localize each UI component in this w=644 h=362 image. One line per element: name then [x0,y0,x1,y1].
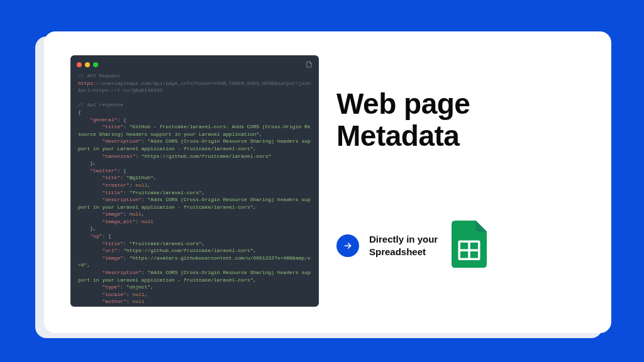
page-title: Web page Metadata [336,88,585,151]
maximize-icon [93,62,98,67]
code-comment: // API Request [78,73,120,79]
terminal-titlebar [70,55,319,71]
terminal-body: // API Request https://onesimpleapi.com/… [70,71,319,307]
title-line: Web page [336,87,470,120]
copy-icon[interactable] [306,60,313,69]
code-json: { "general": { "title": "GitHub - fruitc… [78,109,311,307]
minimize-icon [85,62,90,67]
content-right: Web page Metadata Directly in your Sprea… [336,55,585,309]
code-terminal: // API Request https://onesimpleapi.com/… [70,55,319,307]
close-icon [77,62,82,67]
feature-card: // API Request https://onesimpleapi.com/… [44,31,611,333]
subtitle-line: Spreadsheet [369,246,426,257]
code-url-scheme: https: [78,80,96,86]
subtitle-text: Directly in your Spreadsheet [369,233,438,258]
subtitle-row: Directly in your Spreadsheet [336,221,585,270]
google-sheets-icon [452,221,487,270]
subtitle-line: Directly in your [369,234,438,244]
code-comment: // Api response [78,102,123,107]
code-url: //onesimpleapi.com/api/page_info?token=Y… [78,80,311,94]
arrow-right-icon [336,234,359,257]
title-line: Metadata [336,119,459,152]
